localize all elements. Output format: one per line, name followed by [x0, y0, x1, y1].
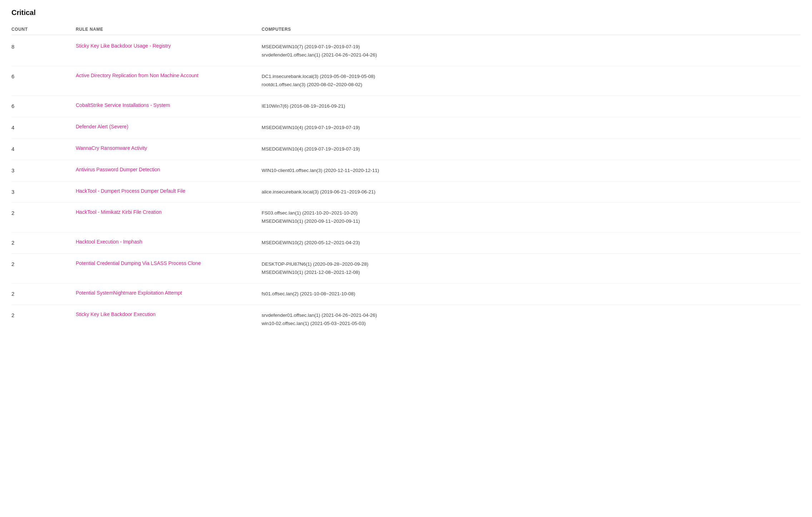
cell-computers: fs01.offsec.lan(2) (2021-10-08~2021-10-0…	[262, 290, 801, 298]
cell-computers: FS03.offsec.lan(1) (2021-10-20~2021-10-2…	[262, 209, 801, 226]
cell-count: 2	[11, 239, 76, 246]
table-row: 2Hacktool Execution - ImphashMSEDGEWIN10…	[11, 232, 801, 254]
cell-computers: MSEDGEWIN10(4) (2019-07-19~2019-07-19)	[262, 145, 801, 153]
table-row: 3Antivirus Password Dumper DetectionWIN1…	[11, 160, 801, 182]
cell-count: 2	[11, 260, 76, 267]
table-row: 2Sticky Key Like Backdoor Executionsrvde…	[11, 305, 801, 334]
table-row: 8Sticky Key Like Backdoor Usage - Regist…	[11, 36, 801, 66]
cell-rule-name[interactable]: HackTool - Mimikatz Kirbi File Creation	[76, 209, 262, 215]
cell-rule-name[interactable]: HackTool - Dumpert Process Dumper Defaul…	[76, 188, 262, 194]
cell-rule-name[interactable]: WannaCry Ransomware Activity	[76, 145, 262, 151]
table-body: 8Sticky Key Like Backdoor Usage - Regist…	[11, 36, 801, 334]
cell-rule-name[interactable]: Hacktool Execution - Imphash	[76, 239, 262, 245]
table-row: 6CobaltStrike Service Installations - Sy…	[11, 96, 801, 117]
cell-rule-name[interactable]: Defender Alert (Severe)	[76, 124, 262, 129]
cell-count: 4	[11, 124, 76, 131]
table-header: COUNT RULE NAME COMPUTERS	[11, 24, 801, 35]
cell-computers: IE10Win7(6) (2016-08-19~2016-09-21)	[262, 102, 801, 110]
cell-rule-name[interactable]: CobaltStrike Service Installations - Sys…	[76, 102, 262, 108]
header-rule-name: RULE NAME	[76, 27, 262, 32]
table-row: 6Active Directory Replication from Non M…	[11, 66, 801, 96]
cell-count: 2	[11, 290, 76, 297]
cell-rule-name[interactable]: Potential SystemNightmare Exploitation A…	[76, 290, 262, 296]
cell-count: 8	[11, 43, 76, 50]
table-row: 3HackTool - Dumpert Process Dumper Defau…	[11, 182, 801, 203]
cell-computers: MSEDGEWIN10(7) (2019-07-19~2019-07-19)sr…	[262, 43, 801, 59]
cell-count: 3	[11, 167, 76, 173]
table-row: 4Defender Alert (Severe)MSEDGEWIN10(4) (…	[11, 117, 801, 139]
header-count: COUNT	[11, 27, 76, 32]
cell-rule-name[interactable]: Potential Credential Dumping Via LSASS P…	[76, 260, 262, 266]
cell-computers: MSEDGEWIN10(4) (2019-07-19~2019-07-19)	[262, 124, 801, 132]
cell-count: 2	[11, 311, 76, 318]
cell-computers: alice.insecurebank.local(3) (2019-06-21~…	[262, 188, 801, 196]
cell-count: 6	[11, 102, 76, 109]
cell-computers: MSEDGEWIN10(2) (2020-05-12~2021-04-23)	[262, 239, 801, 247]
cell-computers: DESKTOP-PIU87N6(1) (2020-09-28~2020-09-2…	[262, 260, 801, 277]
cell-rule-name[interactable]: Sticky Key Like Backdoor Usage - Registr…	[76, 43, 262, 49]
cell-rule-name[interactable]: Sticky Key Like Backdoor Execution	[76, 311, 262, 317]
table-row: 4WannaCry Ransomware ActivityMSEDGEWIN10…	[11, 139, 801, 160]
table-row: 2HackTool - Mimikatz Kirbi File Creation…	[11, 203, 801, 232]
table-row: 2Potential SystemNightmare Exploitation …	[11, 284, 801, 305]
page-title: Critical	[11, 9, 801, 17]
cell-count: 4	[11, 145, 76, 152]
cell-count: 6	[11, 73, 76, 79]
cell-rule-name[interactable]: Antivirus Password Dumper Detection	[76, 167, 262, 172]
cell-computers: DC1.insecurebank.local(3) (2019-05-08~20…	[262, 73, 801, 89]
header-computers: COMPUTERS	[262, 27, 801, 32]
cell-computers: WIN10-client01.offsec.lan(3) (2020-12-11…	[262, 167, 801, 175]
cell-count: 3	[11, 188, 76, 195]
cell-count: 2	[11, 209, 76, 216]
cell-computers: srvdefender01.offsec.lan(1) (2021-04-26~…	[262, 311, 801, 328]
main-table: COUNT RULE NAME COMPUTERS 8Sticky Key Li…	[11, 24, 801, 334]
table-row: 2Potential Credential Dumping Via LSASS …	[11, 254, 801, 284]
cell-rule-name[interactable]: Active Directory Replication from Non Ma…	[76, 73, 262, 78]
